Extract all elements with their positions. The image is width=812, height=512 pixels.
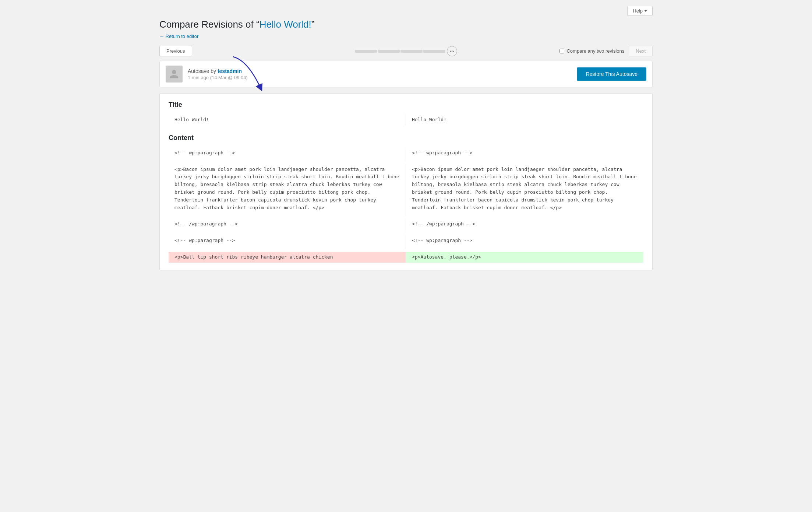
diff-line-row <box>169 246 643 249</box>
diff-right-cell: <p>Autosave, please.</p> <box>406 252 643 263</box>
compare-checkbox[interactable] <box>559 49 564 53</box>
revision-bar: Autosave by testadmin 1 min ago (14 Mar … <box>159 61 653 87</box>
diff-left-cell: <!-- wp:paragraph --> <box>169 235 406 246</box>
compare-two-revisions-area: Compare any two revisions <box>559 48 624 54</box>
left-title: Hello World! <box>169 115 406 125</box>
diff-line-row <box>169 213 643 216</box>
help-dropdown-icon <box>644 10 647 12</box>
slider-segment <box>400 50 423 53</box>
diff-left-cell <box>169 213 406 216</box>
revision-time: 1 min ago (14 Mar @ 09:04) <box>188 75 248 80</box>
next-button[interactable]: Next <box>629 46 653 56</box>
revision-info: Autosave by testadmin 1 min ago (14 Mar … <box>166 66 248 83</box>
help-label: Help <box>633 8 643 14</box>
diff-left-cell: <p>Ball tip short ribs ribeye hamburger … <box>169 252 406 263</box>
slider-thumb-icon: ⇔ <box>450 48 454 54</box>
diff-right-cell: <!-- wp:paragraph --> <box>406 148 643 158</box>
navigation-row: Previous ⇔ Compare any two revisions <box>159 46 653 56</box>
diff-line-row: <!-- wp:paragraph --><!-- wp:paragraph -… <box>169 148 643 158</box>
diff-line-row: <!-- wp:paragraph --><!-- wp:paragraph -… <box>169 235 643 246</box>
diff-container: Title Hello World! Hello World! Content … <box>159 93 653 270</box>
slider-thumb[interactable]: ⇔ <box>447 46 457 56</box>
diff-left-cell: <p>Bacon ipsum dolor amet pork loin land… <box>169 164 406 213</box>
diff-left-cell <box>169 246 406 249</box>
diff-right-cell <box>406 246 643 249</box>
diff-right-cell: <p>Bacon ipsum dolor amet pork loin land… <box>406 164 643 213</box>
slider-segment <box>378 50 400 53</box>
revision-slider[interactable]: ⇔ <box>355 46 457 56</box>
diff-left-cell <box>169 229 406 232</box>
diff-left-cell: <!-- /wp:paragraph --> <box>169 219 406 229</box>
avatar <box>166 66 183 83</box>
revision-meta: Autosave by testadmin 1 min ago (14 Mar … <box>188 68 248 80</box>
diff-lines: <!-- wp:paragraph --><!-- wp:paragraph -… <box>169 148 643 263</box>
author-name: testadmin <box>218 68 242 74</box>
restore-autosave-button[interactable]: Restore This Autosave <box>577 67 646 81</box>
post-title-link[interactable]: Hello World! <box>260 19 311 30</box>
diff-line-row <box>169 158 643 161</box>
revision-author: Autosave by testadmin <box>188 68 248 74</box>
diff-right-cell <box>406 229 643 232</box>
diff-right-cell <box>406 213 643 216</box>
right-title: Hello World! <box>406 115 643 125</box>
diff-line-row <box>169 229 643 232</box>
diff-line-row: <p>Bacon ipsum dolor amet pork loin land… <box>169 164 643 213</box>
help-button[interactable]: Help <box>627 6 653 16</box>
page-title: Compare Revisions of “Hello World!” <box>159 19 653 30</box>
diff-right-cell: <!-- /wp:paragraph --> <box>406 219 643 229</box>
diff-right-cell <box>406 158 643 161</box>
slider-track <box>355 50 445 53</box>
previous-button[interactable]: Previous <box>159 46 192 56</box>
diff-left-cell: <!-- wp:paragraph --> <box>169 148 406 158</box>
title-section-label: Title <box>169 101 643 109</box>
return-to-editor-link[interactable]: ← Return to editor <box>159 34 198 39</box>
content-section-label: Content <box>169 134 643 142</box>
diff-line-row: <!-- /wp:paragraph --><!-- /wp:paragraph… <box>169 219 643 229</box>
slider-segment <box>355 50 377 53</box>
diff-left-cell <box>169 158 406 161</box>
title-diff-row: Hello World! Hello World! <box>169 115 643 125</box>
compare-label: Compare any two revisions <box>566 48 624 54</box>
diff-right-cell: <!-- wp:paragraph --> <box>406 235 643 246</box>
diff-line-row: <p>Ball tip short ribs ribeye hamburger … <box>169 252 643 263</box>
slider-segment <box>423 50 445 53</box>
